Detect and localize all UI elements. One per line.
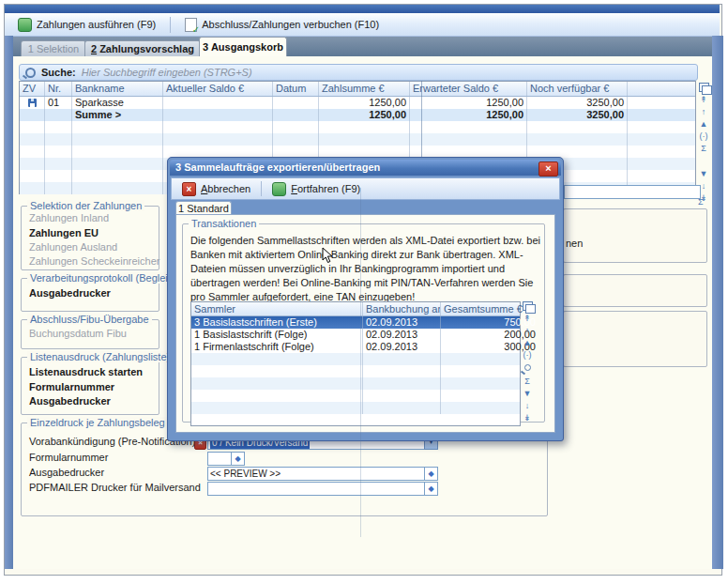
sidebar-item-zahlungen-eu[interactable]: Zahlungen EU xyxy=(29,227,99,238)
ausgabedrucker-lookup-icon[interactable]: ◆ xyxy=(424,467,438,481)
tab-selektion-label: 1 Selektion xyxy=(28,43,79,54)
tab-strip: 1 Selektion 2 Zahlungsvorschlag 3 Ausgan… xyxy=(13,37,712,56)
dialog-toolbar: × Abbrechen Fortfahren (F9) xyxy=(171,177,560,200)
dialog-close-button[interactable]: × xyxy=(538,161,558,177)
move-up-icon[interactable]: ↑ xyxy=(525,326,530,335)
run-payments-label: Zahlungen ausführen (F9) xyxy=(37,19,156,30)
group-title: Abschluss/Fibu-Übergabe xyxy=(27,314,152,325)
book-payments-icon xyxy=(185,18,197,32)
background-sum-icon[interactable]: Σ xyxy=(698,197,704,207)
cell-sammler: 1 Firmenlastschrift (Folge) xyxy=(191,341,363,353)
cell-zahlsumme: 1250,00 xyxy=(319,97,410,109)
prev-row-icon[interactable]: ▲ xyxy=(523,338,532,347)
columns-icon[interactable]: (·) xyxy=(700,131,708,141)
sidebar-item-zahlungen-ausland[interactable]: Zahlungen Ausland xyxy=(29,241,117,253)
prev-row-icon[interactable]: ▲ xyxy=(700,119,708,129)
move-down-icon[interactable]: ↓ xyxy=(702,181,706,191)
search-label: Suche: xyxy=(41,67,76,78)
sum-icon[interactable]: Σ xyxy=(524,377,530,386)
sidebar-item-ausgabedrucker-2[interactable]: Ausgabedrucker xyxy=(29,395,111,407)
search-bar[interactable]: Suche: Hier Suchbegriff eingeben (STRG+S… xyxy=(19,64,698,81)
grid-header-row: ZV Nr. Bankname Aktueller Saldo € Datum … xyxy=(20,82,695,97)
mouse-cursor xyxy=(322,247,333,264)
dialog-tab-page: Transaktionen Die folgenden Sammellastsc… xyxy=(175,214,555,433)
goto-last-icon[interactable]: ↡ xyxy=(523,413,531,423)
col-datum[interactable]: Datum xyxy=(273,82,319,96)
window-title-strip xyxy=(5,5,720,13)
col-zahlsumme[interactable]: Zahlsumme € xyxy=(319,82,410,96)
sidebar-item-zahlungen-inland[interactable]: Zahlungen Inland xyxy=(29,212,109,223)
sidebar-item-formularnummer[interactable]: Formularnummer xyxy=(29,381,114,392)
col-erwarteter-saldo[interactable]: Erwarteter Saldo € xyxy=(410,82,527,96)
sammler-row[interactable]: 1 Basislastschrift (Folge) 02.09.2013 20… xyxy=(191,329,520,341)
continue-icon xyxy=(272,182,286,196)
col-bankname[interactable]: Bankname xyxy=(72,82,163,96)
run-payments-icon xyxy=(18,18,32,32)
sidebar-item-zahlungen-scheckeinreicher[interactable]: Zahlungen Scheckeinreicher xyxy=(29,255,159,267)
pdfmailer-dropdown[interactable] xyxy=(207,482,429,496)
clipped-label-fragment: nen xyxy=(566,238,583,249)
col-aktueller-saldo[interactable]: Aktueller Saldo € xyxy=(163,82,273,96)
sum-icon[interactable]: Σ xyxy=(701,144,706,153)
goto-first-icon[interactable]: ↟ xyxy=(700,95,707,104)
toolbar-divider xyxy=(170,17,171,33)
col-sammler[interactable]: Sammler xyxy=(191,302,363,315)
cell-noch-verfuegbar: 3250,00 xyxy=(527,97,628,109)
run-payments-button[interactable]: Zahlungen ausführen (F9) xyxy=(11,15,162,35)
ausgabedrucker-dropdown[interactable]: << PREVIEW >> xyxy=(207,467,429,481)
summe-label: Summe > xyxy=(72,109,163,121)
goto-first-icon[interactable]: ↟ xyxy=(523,314,531,323)
copy-grid-icon[interactable] xyxy=(699,83,709,92)
pdfmailer-lookup-icon[interactable]: ◆ xyxy=(424,482,438,496)
summe-zahlsumme: 1250,00 xyxy=(319,109,410,121)
cell-datum xyxy=(273,97,319,109)
dialog-tab-standard[interactable]: 1 Standard xyxy=(175,201,232,215)
main-toolbar: Zahlungen ausführen (F9) Abschluss/Zahlu… xyxy=(5,13,720,37)
col-zv[interactable]: ZV xyxy=(20,82,45,96)
copy-grid-icon[interactable] xyxy=(523,301,533,311)
search-rows-icon[interactable] xyxy=(524,364,531,371)
col-bankbuchung[interactable]: Bankbuchung am xyxy=(363,302,441,315)
book-payments-label: Abschluss/Zahlungen verbuchen (F10) xyxy=(202,19,379,30)
tab-zahlungsvorschlag[interactable]: 2 Zahlungsvorschlag xyxy=(84,40,201,56)
move-up-icon[interactable]: ↑ xyxy=(702,107,706,116)
sammler-nav-strip: ↟ ↑ ▲ (·) Σ ▼ ↓ ↡ xyxy=(521,301,534,423)
cancel-icon: × xyxy=(182,182,196,196)
move-down-icon[interactable]: ↓ xyxy=(525,401,530,410)
col-noch-verfuegbar[interactable]: Noch verfügbar € xyxy=(527,82,628,96)
grid-row-summe: Summe > 1250,00 1250,00 3250,00 xyxy=(20,109,695,121)
group-verarbeitungsprotokoll: Verarbeitungsprotokoll (Begleitzettel) A… xyxy=(21,278,159,312)
sidebar-item-listenausdruck-starten[interactable]: Listenausdruck starten xyxy=(29,366,143,377)
sammler-row[interactable]: 1 Firmenlastschrift (Folge) 02.09.2013 3… xyxy=(191,341,520,353)
background-field[interactable] xyxy=(564,185,701,199)
cell-bankname: Sparkasse xyxy=(72,97,163,109)
window-left-border xyxy=(5,36,13,569)
columns-icon[interactable]: (·) xyxy=(523,350,532,360)
formularnummer-spinner-icon[interactable]: ◆ xyxy=(231,452,245,466)
sidebar-item-ausgabedrucker[interactable]: Ausgabedrucker xyxy=(29,287,111,299)
grid-row-sparkasse[interactable]: 01 Sparkasse 1250,00 1250,00 3250,00 xyxy=(20,97,695,109)
book-payments-button[interactable]: Abschluss/Zahlungen verbuchen (F10) xyxy=(178,15,386,35)
cell-bankbuchung: 02.09.2013 xyxy=(363,316,441,329)
sidebar-item-buchungsdatum-fibu[interactable]: Buchungsdatum Fibu xyxy=(29,328,127,339)
sammler-empty-row xyxy=(191,365,520,377)
tab-selektion[interactable]: 1 Selektion xyxy=(21,40,86,56)
dialog-title-bar[interactable]: 3 Sammelaufträge exportieren/übertragen xyxy=(170,160,561,176)
col-nr[interactable]: Nr. xyxy=(45,82,72,96)
next-row-icon[interactable]: ▼ xyxy=(700,169,708,178)
label-formularnummer: Formularnummer xyxy=(29,452,108,463)
label-pdfmailer: PDFMAILER Drucker für Mailversand xyxy=(29,482,201,493)
tab-ausgangskorb[interactable]: 3 Ausgangskorb xyxy=(199,37,287,56)
tab-ausgangskorb-label: 3 Ausgangskorb xyxy=(203,41,283,53)
search-input[interactable]: Hier Suchbegriff eingeben (STRG+S) xyxy=(82,67,252,78)
group-transaktionen: Transaktionen Die folgenden Sammellastsc… xyxy=(182,223,545,423)
continue-button[interactable]: Fortfahren (F9) xyxy=(265,179,367,198)
sammler-row-selected[interactable]: 3 Basislastschriften (Erste) 02.09.2013 … xyxy=(191,316,520,329)
background-groupbox xyxy=(563,274,707,307)
group-title: Selektion der Zahlungen xyxy=(27,200,144,211)
dialog-tab-label: 1 Standard xyxy=(178,203,229,214)
label-ausgabedrucker: Ausgabedrucker xyxy=(29,467,104,478)
group-title: Listenausdruck (Zahlungsliste) xyxy=(27,351,173,362)
cancel-button[interactable]: × Abbrechen xyxy=(175,179,257,198)
next-row-icon[interactable]: ▼ xyxy=(523,389,532,398)
